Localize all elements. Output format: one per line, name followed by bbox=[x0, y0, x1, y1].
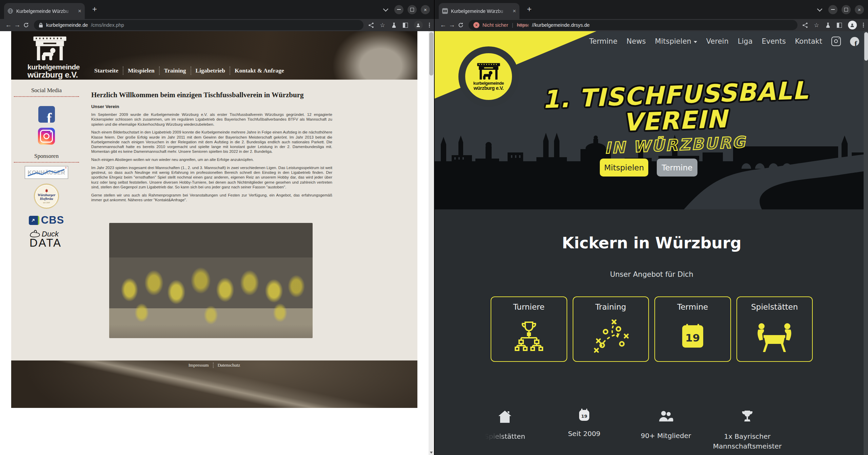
footer-impressum[interactable]: Impressum bbox=[184, 363, 213, 368]
nav-training[interactable]: Training bbox=[159, 66, 191, 75]
back-icon[interactable]: ← bbox=[439, 21, 448, 29]
footer-datenschutz[interactable]: Datenschutz bbox=[213, 363, 244, 368]
browser-tab[interactable]: Kurbelgemeinde Würzbu × bbox=[439, 3, 519, 19]
mitspielen-button[interactable]: Mitspielen bbox=[600, 159, 648, 177]
tournament-bracket-icon bbox=[514, 320, 544, 353]
hero-headline: 1. TISCHFUSSBALL VEREIN IN WÜRZBURG bbox=[482, 82, 868, 154]
instagram-icon[interactable] bbox=[38, 128, 55, 145]
share-icon[interactable] bbox=[368, 22, 374, 28]
security-warning-text: Nicht sicher bbox=[482, 22, 508, 28]
paragraph: Nach einigen Abstiegen wollen wir nun wi… bbox=[91, 157, 332, 162]
flask-icon[interactable] bbox=[391, 22, 397, 28]
chevron-down-icon[interactable] bbox=[817, 6, 823, 12]
window-controls: × bbox=[384, 5, 430, 14]
address-bar[interactable]: kurbelgemeinde.de/cms/index.php bbox=[34, 20, 363, 30]
bookmark-star-icon[interactable]: ☆ bbox=[814, 22, 819, 28]
tab-close-icon[interactable]: × bbox=[513, 8, 516, 14]
toolbar-icons: ☆ bbox=[368, 21, 430, 29]
lock-icon bbox=[39, 23, 43, 28]
calendar-icon: 19 bbox=[682, 325, 703, 348]
nav-news[interactable]: News bbox=[627, 37, 646, 45]
logo-text-line1: kurbelgemeinde bbox=[27, 63, 85, 71]
left-browser-window: Kurbelgemeinde Würzbu × + × ← → kurbelge… bbox=[0, 0, 434, 455]
sponsor-konhaeuser-logo[interactable]: KONHÄUSER ® bbox=[25, 166, 68, 179]
section-subheading: Unser Verein bbox=[91, 104, 332, 109]
tab-bar: Kurbelgemeinde Würzbu × + × bbox=[0, 0, 434, 19]
bookmark-star-icon[interactable]: ☆ bbox=[380, 22, 385, 28]
new-tab-button[interactable]: + bbox=[90, 5, 99, 13]
paragraph: Im September 2009 wurde die Kurbelgemein… bbox=[91, 112, 332, 127]
termine-button[interactable]: Termine bbox=[657, 159, 697, 177]
trophy-icon bbox=[741, 410, 754, 423]
nav-kontakt[interactable]: Kontakt & Anfrage bbox=[230, 66, 289, 75]
stat-mitglieder: 90+ Mitglieder bbox=[625, 410, 707, 441]
card-termine[interactable]: Termine 19 bbox=[654, 296, 731, 362]
scrollbar-thumb[interactable] bbox=[864, 32, 868, 61]
url-scheme: https: bbox=[517, 22, 529, 28]
nav-events[interactable]: Events bbox=[762, 37, 786, 45]
new-tab-button[interactable]: + bbox=[525, 5, 534, 13]
reload-icon[interactable] bbox=[456, 22, 465, 28]
maximize-button[interactable] bbox=[408, 5, 417, 14]
address-bar[interactable]: × Nicht sicher | https://kurbelgemeinde.… bbox=[469, 20, 797, 30]
tactics-icon bbox=[592, 319, 629, 353]
url-host: kurbelgemeinde.de bbox=[46, 22, 88, 28]
menu-dots-icon[interactable] bbox=[429, 23, 430, 28]
scrollbar[interactable] bbox=[429, 31, 434, 455]
brewery-star-icon bbox=[44, 189, 49, 193]
chevron-down-icon[interactable] bbox=[383, 6, 389, 12]
paragraph: Im Jahr 2023 spielen insgesamt drei Mann… bbox=[91, 165, 332, 189]
maximize-button[interactable] bbox=[842, 5, 851, 14]
nav-mitspielen[interactable]: Mitspielen bbox=[123, 66, 159, 75]
right-page-viewport: kurbelgemeinde würzburg e.V. Termine New… bbox=[435, 31, 868, 455]
reload-icon[interactable] bbox=[22, 22, 31, 28]
minimize-button[interactable] bbox=[394, 5, 403, 14]
foosball-table-icon bbox=[754, 320, 795, 353]
nav-ligabetrieb[interactable]: Ligabetrieb bbox=[191, 66, 230, 75]
forward-icon[interactable]: → bbox=[448, 21, 456, 29]
scroll-down-icon[interactable] bbox=[430, 452, 433, 454]
profile-avatar[interactable] bbox=[414, 21, 423, 29]
split-view-icon[interactable] bbox=[837, 23, 842, 28]
browser-tab[interactable]: Kurbelgemeinde Würzbu × bbox=[4, 3, 85, 19]
nav-liga[interactable]: Liga bbox=[738, 37, 753, 45]
toolbar-icons: ☆ bbox=[802, 21, 864, 29]
menu-dots-icon[interactable] bbox=[863, 23, 864, 28]
close-button[interactable]: × bbox=[421, 5, 430, 14]
social-media-heading: Social Media bbox=[14, 87, 79, 97]
minimize-button[interactable] bbox=[828, 5, 837, 14]
profile-avatar[interactable] bbox=[848, 21, 857, 29]
split-view-icon[interactable] bbox=[403, 23, 408, 28]
nav-startseite[interactable]: Startseite bbox=[90, 66, 123, 75]
club-logo[interactable]: kurbelgemeinde würzburg e.V. bbox=[27, 36, 85, 79]
logo-text-line2: würzburg e.V. bbox=[27, 71, 85, 79]
card-training[interactable]: Training bbox=[573, 296, 649, 362]
tab-close-icon[interactable]: × bbox=[78, 8, 81, 14]
page-title: Herzlich Willkommen beim einzigen Tischf… bbox=[91, 91, 332, 99]
url-host: //kurbelgemeinde.drsys.de bbox=[532, 22, 590, 28]
forward-icon[interactable]: → bbox=[13, 21, 22, 29]
card-turniere[interactable]: Turniere bbox=[491, 296, 567, 362]
sponsor-duckdata-logo[interactable]: Duck DATA bbox=[29, 229, 63, 248]
nav-termine[interactable]: Termine bbox=[589, 37, 617, 45]
share-icon[interactable] bbox=[802, 22, 808, 28]
nav-verein[interactable]: Verein bbox=[706, 37, 729, 45]
instagram-icon[interactable] bbox=[831, 37, 841, 46]
nav-mitspielen[interactable]: Mitspielen bbox=[655, 37, 697, 45]
globe-favicon bbox=[7, 8, 13, 14]
nav-kontakt[interactable]: Kontakt bbox=[795, 37, 822, 45]
scrollbar-thumb[interactable] bbox=[429, 32, 433, 76]
facebook-icon[interactable]: f bbox=[850, 37, 859, 46]
facebook-icon[interactable]: f bbox=[38, 106, 55, 123]
people-icon bbox=[658, 410, 674, 423]
card-spielstaetten[interactable]: Spielstätten bbox=[736, 296, 813, 362]
sponsor-hofbraeu-logo[interactable]: Würzburger Hofbräu seit 1643 bbox=[34, 184, 59, 209]
close-button[interactable]: × bbox=[855, 5, 864, 14]
stat-spielstaetten: Spielstätten bbox=[464, 410, 546, 441]
foosball-logo-icon bbox=[476, 62, 501, 81]
back-icon[interactable]: ← bbox=[4, 21, 13, 29]
chevron-down-icon bbox=[694, 41, 697, 43]
flask-icon[interactable] bbox=[825, 22, 831, 28]
content-area: Social Media f Sponsoren KONHÄUSER ® Wür… bbox=[11, 80, 417, 360]
sponsor-cbs-logo[interactable]: CBS bbox=[14, 214, 79, 226]
